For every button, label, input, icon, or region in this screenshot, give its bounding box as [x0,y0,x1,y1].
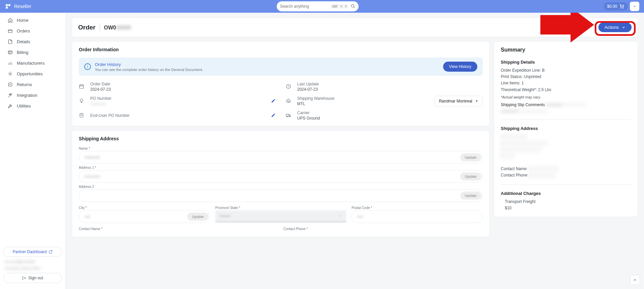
city-label: City * [79,206,210,210]
po-label: PO Number [90,96,266,101]
shipping-address-summary-title: Shipping Address [501,126,631,131]
last-update-label: Last Update [297,82,483,86]
carrier-value: UPS Ground [297,116,483,121]
sidebar-item-label: Utilities [17,103,31,109]
search-icon[interactable] [351,4,355,9]
sidebar-item-details[interactable]: Details [0,36,65,47]
postal-label: Postal Code * [352,206,483,210]
sidebar-item-billing[interactable]: Billing [0,47,65,58]
svg-rect-1 [8,4,10,6]
handshake-icon [7,71,13,76]
history-desc: You can see the complete order history o… [95,68,439,72]
logo-icon [5,3,11,10]
chevron-down-icon [339,214,342,218]
warehouse-icon [286,98,292,104]
city-input[interactable] [80,212,187,222]
city-update-button[interactable]: Update [187,213,208,221]
addr2-update-button[interactable]: Update [460,192,481,200]
shipping-address-card: Shipping Address Name * Update Address 1… [72,130,490,237]
postal-input-row [352,210,483,223]
addr1-update-button[interactable]: Update [460,172,481,180]
search-bar[interactable]: Ctrl + / [277,1,359,11]
print-status: Print Status: Unprinted [501,74,631,80]
addr1-input[interactable] [80,171,460,182]
actions-button[interactable]: Actions [598,22,632,32]
sidebar-item-utilities[interactable]: Utilities [0,100,65,111]
home-icon [7,17,13,23]
svg-point-17 [11,93,12,94]
shipping-details-body: Order Expedition Line: B Print Status: U… [501,67,631,93]
return-icon [7,82,13,87]
app-header: Reseller Ctrl + / $0.00 [0,0,644,13]
sidebar-item-integration[interactable]: Integration [0,90,65,100]
partner-dashboard-label: Partner Dashboard [13,249,47,254]
sidebar-item-home[interactable]: Home [0,15,65,25]
svg-point-6 [623,8,623,8]
left-column: Order Information i Order History You ca… [72,41,490,241]
svg-point-3 [351,4,354,7]
contact-phone-label: Contact Phone * [283,227,483,231]
brand-text: Reseller [14,4,31,9]
signout-icon [22,276,26,280]
carrier-row: Carrier UPS Ground [286,111,483,121]
po-number-row: PO Number redacted [79,96,276,106]
slip-comments-label: Shipping Slip Comments [501,102,545,107]
cart-button[interactable]: $0.00 [604,2,628,10]
kbd-plus: + [339,4,343,8]
chevron-down-icon [475,99,478,103]
theoretical-weight: Theoretical Weight*: 2.5 Lbs [501,87,631,93]
summary-title: Summary [501,47,631,53]
slip-comments-line2-redacted: redacted [501,109,548,114]
svg-rect-16 [8,83,12,86]
contact-name-redacted: r [529,166,559,172]
carrier-label: Carrier [297,111,483,115]
contact-name-label: Contact Name * [79,227,278,231]
sidebar-item-returns[interactable]: Returns [0,79,65,90]
clipboard-icon [79,113,85,119]
edit-enduser-po-button[interactable] [271,113,276,119]
summary-card: Summary Shipping Details Order Expeditio… [494,41,638,217]
signout-button[interactable]: Sign out [3,273,62,283]
sidebar-item-orders[interactable]: Orders [0,25,65,36]
contact-name-label: Contact Name: [501,166,528,171]
addr1-input-row: Update [79,170,483,183]
last-update-value: 2024-07-23 [297,87,483,92]
sidebar-item-manufacturers[interactable]: Manufacturers [0,58,65,68]
weight-note: *Actual weight may vary. [501,95,631,99]
scroll-top-button[interactable] [630,275,640,285]
addr2-input-row: Update [79,189,483,202]
profile-menu-button[interactable] [630,2,639,11]
view-history-button[interactable]: View History [443,62,477,72]
sidebar-item-opportunities[interactable]: Opportunities [0,68,65,79]
shipping-details-title: Shipping Details [501,60,631,65]
order-prefix: OW0 [104,25,116,30]
state-label: Province/ State * [215,206,346,210]
content-row: Order Information i Order History You ca… [72,41,638,241]
sidebar-item-label: Orders [17,28,30,33]
sidebar: Home Orders Details Billing Manufacturer… [0,13,66,289]
svg-rect-0 [6,4,8,6]
additional-charges-title: Additional Charges [501,191,631,196]
brand[interactable]: Reseller [5,3,31,10]
addr-line4-redacted: r [501,153,514,159]
sidebar-item-label: Returns [17,82,32,87]
addr2-input[interactable] [80,191,460,201]
partner-dashboard-button[interactable]: Partner Dashboard [3,247,62,257]
name-input[interactable] [80,152,460,162]
contact-phone-redacted: r [529,172,555,178]
cart-icon [619,4,625,9]
state-select[interactable]: redact [215,210,346,222]
warehouse-select[interactable]: Randmar Montreal [435,96,483,106]
name-update-button[interactable]: Update [460,153,481,161]
history-title: Order History [95,62,439,67]
contact-row: Contact Name * Contact Phone * [79,225,483,231]
sidebar-item-label: Integration [17,93,37,98]
sidebar-item-label: Details [17,39,30,44]
divider [501,185,631,185]
edit-po-button[interactable] [271,98,276,104]
signout-label: Sign out [28,276,43,280]
postal-input[interactable] [353,212,481,222]
box-icon [7,28,13,33]
state-value-redacted: redact [219,214,230,218]
search-input[interactable] [280,4,331,9]
